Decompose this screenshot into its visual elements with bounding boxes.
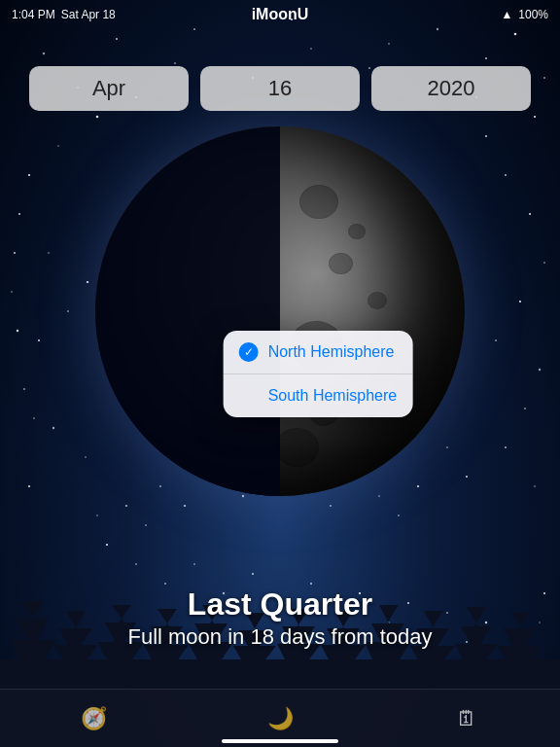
hemisphere-popup: ✓ North Hemisphere South Hemisphere [224,331,413,417]
moon-phase-label: Last Quarter [0,587,560,622]
north-hemisphere-option[interactable]: ✓ North Hemisphere [224,331,413,374]
year-selector[interactable]: 2020 [371,66,531,111]
south-hemisphere-label: South Hemisphere [268,387,398,405]
north-checkmark: ✓ [239,342,259,362]
app-title: iMoonU [0,0,560,29]
tab-calendar[interactable]: 🗓 [438,697,496,740]
tab-bar-indicator [222,739,338,743]
compass-icon: 🧭 [81,706,107,731]
moon-info: Last Quarter Full moon in 18 days from t… [0,587,560,650]
south-checkmark-empty [239,386,259,406]
south-hemisphere-option[interactable]: South Hemisphere [224,374,413,417]
tab-moon[interactable]: 🌙 [251,697,309,740]
moon-shadow [95,126,280,496]
month-selector[interactable]: Apr [29,66,189,111]
moon-detail-label: Full moon in 18 days from today [0,624,560,650]
north-hemisphere-label: North Hemisphere [268,343,395,361]
date-selectors: Apr 16 2020 [0,66,560,111]
day-selector[interactable]: 16 [200,66,360,111]
moon-icon: 🌙 [267,706,294,731]
moon-display [95,126,465,496]
moon-image [95,126,465,496]
tab-compass[interactable]: 🧭 [64,697,122,740]
tab-bar: 🧭 🌙 🗓 [0,689,560,747]
calendar-icon: 🗓 [456,706,477,731]
